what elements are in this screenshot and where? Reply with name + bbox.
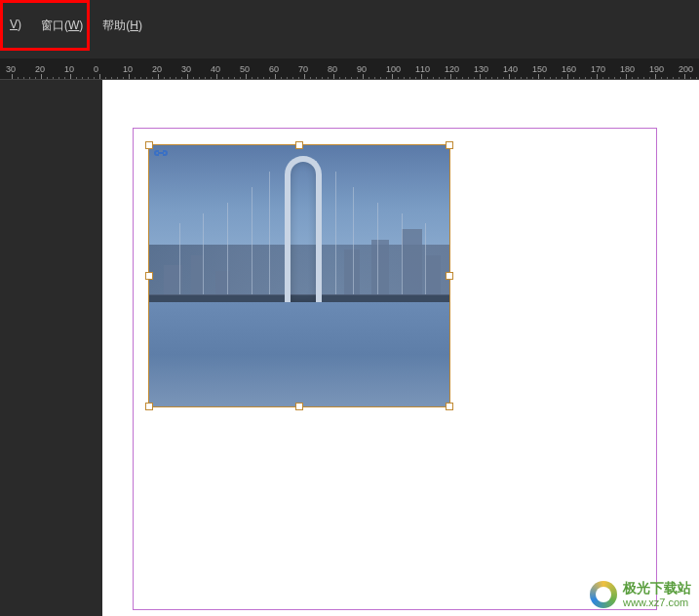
watermark: 极光下载站 www.xz7.com [590,581,691,608]
ruler-tick: 160 [562,64,576,74]
selected-image-frame[interactable] [148,144,450,407]
resize-handle-tl[interactable] [145,141,153,149]
ruler-tick: 170 [591,64,605,74]
ruler-tick: 10 [123,64,133,74]
menu-help[interactable]: 帮助(H) [93,14,152,38]
ruler-tick: 40 [211,64,220,74]
ruler-tick: 0 [94,64,98,74]
ruler-tick: 20 [152,64,162,74]
link-icon [153,147,169,159]
resize-handle-br[interactable] [446,403,453,410]
ruler-tick: 60 [269,64,279,74]
watermark-title: 极光下载站 [623,581,691,596]
ruler-tick: 120 [445,64,459,74]
ruler-tick: 140 [503,64,518,74]
resize-handle-tr[interactable] [446,141,453,149]
resize-handle-bm[interactable] [295,403,303,410]
resize-handle-ml[interactable] [145,272,153,280]
resize-handle-bl[interactable] [145,403,153,410]
placed-image[interactable] [149,145,449,406]
ruler-tick: 190 [649,64,664,74]
ruler-tick: 180 [620,64,635,74]
ruler-tick: 50 [240,64,250,74]
menu-view[interactable]: V) [0,14,31,35]
menubar: V) 窗口(W) 帮助(H) [0,0,699,49]
ruler-tick: 20 [35,64,45,74]
ruler-tick: 30 [6,64,16,74]
resize-handle-mr[interactable] [446,272,453,280]
menu-window[interactable]: 窗口(W) [31,14,93,38]
ruler-tick: 80 [328,64,337,74]
ruler-tick: 100 [386,64,401,74]
resize-handle-tm[interactable] [295,141,303,149]
ruler-tick: 90 [357,64,367,74]
ruler-tick: 30 [181,64,191,74]
ruler-tick: 200 [679,64,693,74]
ruler-horizontal[interactable]: 3020100102030405060708090100110120130140… [0,58,699,80]
ruler-tick: 110 [415,64,430,74]
watermark-logo-icon [590,581,617,608]
ruler-tick: 150 [532,64,547,74]
watermark-url: www.xz7.com [623,597,691,608]
ruler-tick: 10 [64,64,74,74]
ruler-tick: 70 [298,64,308,74]
ruler-tick: 130 [474,64,488,74]
